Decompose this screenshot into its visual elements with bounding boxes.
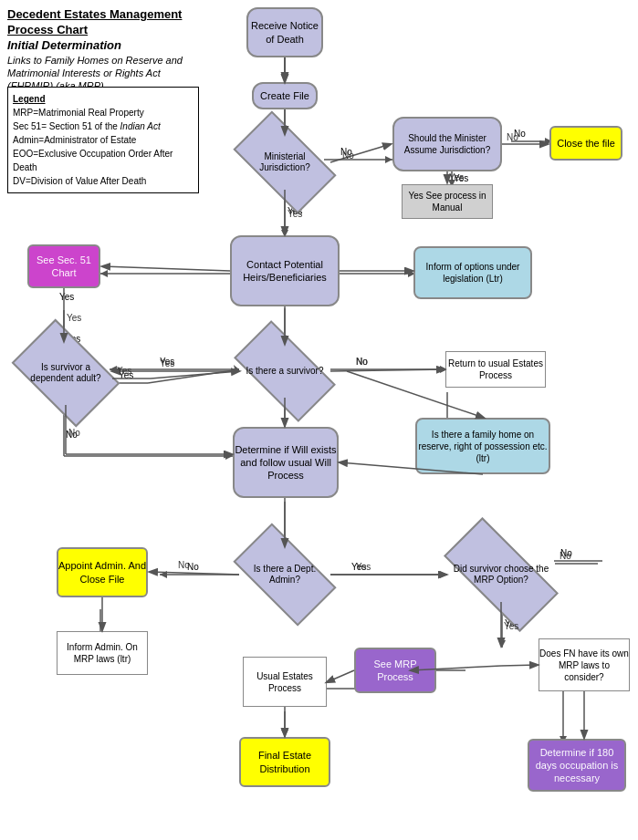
svg-line-80 — [102, 266, 230, 271]
legend-item-sec51: Sec 51= Section 51 of the Indian Act — [13, 119, 193, 133]
is-dept-admin-node: Is there a Dept. Admin? — [239, 547, 330, 602]
legend-item-mrp: MRP=Matrimonial Real Property — [13, 106, 193, 119]
svg-line-84 — [330, 369, 445, 371]
sec51-yes-label: Yes — [59, 292, 74, 302]
should-minister-node: Should the Minister Assume Jurisdiction? — [392, 117, 502, 171]
legend-item-eoo: EOO=Exclusive Occupation Order After Dea… — [13, 147, 193, 174]
is-survivor-node: Is there a survivor? — [239, 345, 330, 398]
final-distribution-node: Final Estate Distribution — [239, 737, 330, 787]
legend-item-dv: DV=Division of Value After Death — [13, 174, 193, 188]
contact-heirs-node: Contact Potential Heirs/Beneficiaries — [230, 235, 340, 306]
svg-text:No: No — [178, 560, 190, 570]
svg-line-62 — [148, 369, 239, 383]
inform-options-node: Inform of options under legislation (Ltr… — [413, 246, 532, 299]
svg-marker-1 — [281, 75, 288, 82]
svg-marker-33 — [225, 452, 233, 460]
svg-text:No: No — [68, 428, 80, 438]
receive-notice-node: Receive Notice of Death — [246, 7, 323, 57]
see-mrp-node: See MRP Process — [354, 648, 436, 693]
svg-text:Yes: Yes — [454, 173, 468, 183]
svg-text:No: No — [356, 357, 368, 367]
svg-text:No: No — [187, 562, 199, 572]
svg-text:Yes: Yes — [119, 370, 133, 380]
header-title: Decedent Estates Management Process Char… — [7, 7, 199, 38]
header: Decedent Estates Management Process Char… — [7, 7, 199, 93]
legend-title: Legend — [13, 92, 193, 106]
svg-line-92 — [151, 371, 239, 379]
return-usual-node: Return to usual Estates Process — [445, 351, 546, 388]
chart-container: No No Yes Yes Yes No Yes — [0, 0, 638, 840]
usual-estates-node: Usual Estates Process — [243, 657, 327, 707]
close-file-node: Close the file — [549, 126, 622, 161]
header-subtitle: Initial Determination — [7, 38, 199, 52]
svg-text:No: No — [560, 548, 572, 558]
svg-text:Yes: Yes — [351, 562, 366, 572]
svg-marker-50 — [498, 640, 506, 648]
see-process-manual-node: Yes See process in Manual — [402, 184, 493, 219]
svg-text:No: No — [340, 147, 352, 157]
svg-line-97 — [150, 572, 239, 575]
svg-text:Yes: Yes — [160, 357, 174, 367]
svg-text:No: No — [560, 551, 571, 561]
svg-text:Yes: Yes — [449, 172, 464, 182]
svg-line-107 — [501, 665, 538, 666]
svg-marker-60 — [281, 730, 288, 737]
survivor-dependent-node: Is survivor a dependent adult? — [20, 342, 111, 404]
svg-text:No: No — [514, 129, 526, 139]
svg-text:Yes: Yes — [160, 358, 174, 368]
inform-admin-node: Inform Admin. On MRP laws (ltr) — [57, 631, 148, 675]
svg-text:No: No — [66, 430, 78, 440]
family-home-node: Is there a family home on reserve, right… — [415, 418, 550, 474]
determine-will-node: Determine if Will exists and follow usua… — [233, 427, 339, 498]
determine-180-node: Determine if 180 days occupation is nece… — [528, 739, 626, 792]
see-sec51-node: See Sec. 51 Chart — [27, 244, 100, 288]
svg-marker-45 — [440, 571, 447, 578]
did-survivor-choose-node: Did survivor choose the MRP Option? — [447, 547, 555, 602]
legend-box: Legend MRP=Matrimonial Real Property Sec… — [7, 87, 199, 193]
ministerial-jurisdiction-node: Ministerial Jurisdiction? — [239, 135, 330, 190]
svg-marker-19 — [100, 270, 108, 277]
svg-text:Yes: Yes — [67, 313, 81, 323]
svg-marker-40 — [160, 571, 167, 578]
appoint-admin-node: Appoint Admin. And Close File — [57, 547, 148, 597]
svg-line-108 — [327, 670, 354, 682]
create-file-node: Create File — [252, 82, 318, 109]
does-fn-have-node: Does FN have its own MRP laws to conside… — [539, 638, 630, 691]
svg-text:Yes: Yes — [356, 562, 371, 572]
svg-line-71 — [330, 144, 391, 162]
svg-text:No: No — [356, 357, 368, 367]
svg-text:Yes: Yes — [117, 366, 131, 376]
legend-item-admin: Admin=Administrator of Estate — [13, 133, 193, 147]
svg-text:No: No — [342, 150, 354, 161]
svg-marker-5 — [385, 156, 392, 163]
svg-text:No: No — [507, 132, 518, 142]
